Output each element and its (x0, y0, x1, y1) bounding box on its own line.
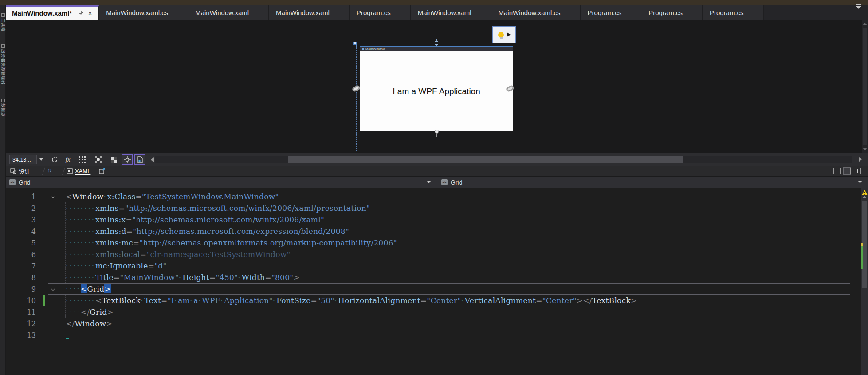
scroll-down-icon[interactable] (863, 148, 867, 150)
token: "800" (271, 273, 294, 282)
wpf-design-surface[interactable]: MainWindow I am a WPF Application (6, 20, 868, 153)
token: ········ (66, 215, 95, 224)
scroll-right-icon[interactable] (859, 157, 862, 162)
code-line-10[interactable]: 10········<TextBlock·Text="I·am·a·WPF·Ap… (6, 295, 861, 306)
code-line-5[interactable]: 5········xmlns:mc="http://schemas.openxm… (6, 237, 861, 249)
document-tab-8[interactable]: Program.cs (641, 5, 703, 20)
design-scroll-track[interactable] (863, 28, 867, 145)
token: = (126, 227, 133, 236)
code-line-6[interactable]: 6········xmlns:local="clr-namespace:Test… (6, 249, 861, 260)
autohide-tab-2[interactable]: 数据源 (0, 99, 6, 117)
document-tab-7[interactable]: Program.cs (581, 5, 642, 20)
document-tab-4[interactable]: Program.cs (350, 5, 411, 20)
design-view-icon (10, 168, 16, 174)
line-number: 10 (6, 296, 43, 305)
checkerboard-icon (111, 157, 117, 163)
token: VerticalAlignment (465, 296, 536, 305)
snaplines-toggle-button[interactable] (122, 154, 133, 165)
autohide-tab-0[interactable]: 工具箱 (0, 13, 6, 32)
collapse-pane-button[interactable] (854, 168, 861, 174)
snap-grid-icon (95, 156, 102, 163)
tag-icon: <> (9, 179, 16, 185)
design-vertical-scrollbar[interactable] (862, 20, 868, 153)
vertical-split-button[interactable] (833, 168, 841, 174)
xaml-view-tab[interactable]: XAML (67, 166, 90, 176)
code-lines-container[interactable]: 1<Window·x:Class="TestSystemWindow.MainW… (6, 191, 861, 341)
token: Height (182, 273, 209, 282)
autohide-tab-1[interactable]: 服务器资源管理器 (0, 44, 6, 85)
code-line-9[interactable]: 9····<Grid> (6, 283, 861, 295)
token: Grid (87, 284, 104, 293)
preview-textblock[interactable]: I am a WPF Application (393, 87, 480, 96)
horizontal-split-icon (845, 171, 849, 171)
code-line-4[interactable]: 4········xmlns:d="http://schemas.microso… (6, 225, 861, 237)
horizontal-scroll-thumb[interactable] (288, 156, 683, 163)
document-tab-3[interactable]: MainWindow.xaml (269, 5, 350, 20)
artboard-background-button[interactable] (109, 154, 119, 165)
quick-actions-popup[interactable] (492, 26, 516, 43)
code-line-8[interactable]: 8········Title="MainWindow"·Height="450"… (6, 272, 861, 283)
zoom-dropdown-button[interactable] (37, 155, 45, 164)
code-line-12[interactable]: 12</Window> (6, 318, 861, 329)
collapse-chevron-icon[interactable] (51, 194, 55, 199)
document-tab-2[interactable]: MainWindow.xaml (188, 5, 269, 20)
token: "50" (317, 296, 334, 305)
code-line-3[interactable]: 3········xmlns:x="http://schemas.microso… (6, 214, 861, 225)
code-text: <Window·x:Class="TestSystemWindow.MainWi… (62, 192, 279, 201)
swap-panes-button[interactable]: ↑↓ (47, 167, 51, 174)
document-tab-5[interactable]: MainWindow.xaml (411, 5, 491, 20)
resize-handle-top[interactable] (435, 41, 438, 45)
editor-vertical-scrollbar[interactable] (861, 188, 868, 375)
document-tab-label: Program.cs (710, 9, 744, 16)
code-line-13[interactable]: 13 (6, 329, 861, 341)
tab-list-dropdown-icon[interactable] (856, 4, 862, 10)
panel-label: 服务器资源管理器 (0, 49, 6, 85)
code-text: ········xmlns:local="clr-namespace:TestS… (62, 250, 291, 259)
token: "Center" (542, 296, 577, 305)
close-tab-icon[interactable]: × (86, 9, 94, 17)
document-tab-1[interactable]: MainWindow.xaml.cs (99, 5, 188, 20)
pin-tab-icon[interactable] (77, 9, 85, 17)
resize-handle-bottom[interactable] (435, 130, 439, 134)
breadcrumb-left-dropdown[interactable] (427, 181, 431, 183)
breadcrumb-left[interactable]: <> Grid (9, 177, 30, 188)
document-tab-6[interactable]: MainWindow.xaml.cs (491, 5, 581, 20)
breadcrumb-left-label: Grid (19, 179, 30, 186)
xaml-code-editor[interactable]: 1<Window·x:Class="TestSystemWindow.MainW… (6, 188, 868, 375)
code-line-2[interactable]: 2········xmlns="http://schemas.microsoft… (6, 202, 861, 214)
chevron-down-icon (39, 158, 43, 161)
token: ········ (66, 273, 95, 282)
effects-toggle-button[interactable]: fx (63, 154, 73, 165)
code-line-1[interactable]: 1<Window·x:Class="TestSystemWindow.MainW… (6, 191, 861, 202)
code-line-7[interactable]: 7········mc:Ignorable="d" (6, 260, 861, 272)
document-tab-9[interactable]: Program.cs (703, 5, 764, 20)
popout-pane-button[interactable] (99, 168, 106, 175)
code-line-11[interactable]: 11····</Grid> (6, 306, 861, 318)
horizontal-split-button[interactable] (844, 168, 851, 174)
zoom-level-value: 34.13... (12, 157, 31, 163)
document-tab-0[interactable]: MainWindow.xaml*× (6, 5, 99, 20)
token: FontSize (276, 296, 310, 305)
folding-margin (47, 329, 62, 341)
scroll-up-icon[interactable] (863, 23, 867, 25)
scrollbar-change-mark-saved (861, 246, 863, 269)
design-view-tab[interactable]: 设计 (10, 166, 30, 176)
line-number: 8 (6, 273, 43, 282)
show-grid-button[interactable] (77, 154, 87, 165)
document-icon (137, 156, 143, 163)
design-horizontal-scrollbar[interactable] (155, 156, 852, 163)
designer-xaml-split-bar: 设计 ↑↓ XAML (6, 166, 868, 176)
collapse-chevron-icon[interactable] (51, 287, 55, 291)
breadcrumb-right[interactable]: <> Grid (441, 177, 462, 188)
token: = (119, 204, 126, 213)
token: = (133, 238, 140, 247)
token: = (265, 273, 271, 282)
refresh-designer-button[interactable] (49, 154, 60, 165)
adorner-corner-handle[interactable] (353, 42, 357, 45)
breadcrumb-right-dropdown[interactable] (858, 181, 862, 183)
show-annotations-button[interactable] (134, 154, 145, 165)
zoom-level-combobox[interactable]: 34.13... (9, 155, 37, 164)
snap-to-grid-button[interactable] (93, 154, 103, 165)
wpf-window-preview[interactable]: MainWindow I am a WPF Application (360, 46, 513, 131)
scroll-up-icon[interactable] (862, 196, 867, 198)
